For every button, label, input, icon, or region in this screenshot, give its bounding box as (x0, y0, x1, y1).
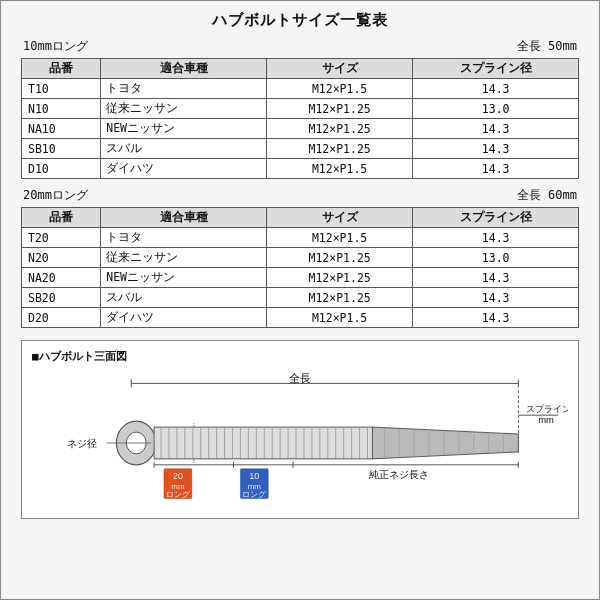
table-cell: SB10 (22, 139, 101, 159)
table-cell: 13.0 (413, 248, 579, 268)
svg-marker-38 (372, 427, 518, 459)
table-cell: N20 (22, 248, 101, 268)
table-body-10mm: T10トヨタM12×P1.514.3N10従来ニッサンM12×P1.2513.0… (22, 79, 579, 179)
svg-text:10: 10 (249, 471, 259, 481)
table-cell: M12×P1.5 (266, 79, 412, 99)
table-row: N10従来ニッサンM12×P1.2513.0 (22, 99, 579, 119)
table-cell: トヨタ (101, 79, 267, 99)
table-cell: SB20 (22, 288, 101, 308)
table-cell: スバル (101, 139, 267, 159)
col-header-car-20mm: 適合車種 (101, 208, 267, 228)
diagram-area: 全長 スプライン径 mm (32, 370, 568, 510)
col-header-partno-10mm: 品番 (22, 59, 101, 79)
table-cell: 従来ニッサン (101, 99, 267, 119)
table-cell: ダイハツ (101, 159, 267, 179)
table-cell: M12×P1.5 (266, 228, 412, 248)
table-body-20mm: T20トヨタM12×P1.514.3N20従来ニッサンM12×P1.2513.0… (22, 228, 579, 328)
table-cell: 14.3 (413, 139, 579, 159)
section-10mm: 10mmロング 全長 50mm 品番 適合車種 サイズ スプライン径 T10トヨ… (21, 38, 579, 179)
section-20mm: 20mmロング 全長 60mm 品番 適合車種 サイズ スプライン径 T20トヨ… (21, 187, 579, 328)
svg-text:20: 20 (173, 471, 183, 481)
section-total-length-20mm: 全長 60mm (517, 187, 577, 204)
table-row: SB20スバルM12×P1.2514.3 (22, 288, 579, 308)
col-header-partno-20mm: 品番 (22, 208, 101, 228)
table-cell: M12×P1.25 (266, 248, 412, 268)
table-cell: M12×P1.25 (266, 139, 412, 159)
table-row: T20トヨタM12×P1.514.3 (22, 228, 579, 248)
table-cell: 14.3 (413, 119, 579, 139)
table-cell: 14.3 (413, 288, 579, 308)
table-cell: ダイハツ (101, 308, 267, 328)
col-header-size-20mm: サイズ (266, 208, 412, 228)
table-row: D10ダイハツM12×P1.514.3 (22, 159, 579, 179)
table-row: T10トヨタM12×P1.514.3 (22, 79, 579, 99)
page: ハブボルトサイズ一覧表 10mmロング 全長 50mm 品番 適合車種 サイズ … (0, 0, 600, 600)
table-cell: 14.3 (413, 308, 579, 328)
table-header-row-10mm: 品番 適合車種 サイズ スプライン径 (22, 59, 579, 79)
table-cell: NEWニッサン (101, 268, 267, 288)
table-cell: M12×P1.25 (266, 119, 412, 139)
svg-text:純正ネジ長さ: 純正ネジ長さ (369, 469, 429, 480)
table-cell: M12×P1.5 (266, 159, 412, 179)
col-header-car-10mm: 適合車種 (101, 59, 267, 79)
section-total-length-10mm: 全長 50mm (517, 38, 577, 55)
table-row: SB10スバルM12×P1.2514.3 (22, 139, 579, 159)
col-header-spline-20mm: スプライン径 (413, 208, 579, 228)
table-cell: T20 (22, 228, 101, 248)
table-row: NA10NEWニッサンM12×P1.2514.3 (22, 119, 579, 139)
section-long-label-20mm: 20mmロング (23, 187, 88, 204)
table-cell: 14.3 (413, 79, 579, 99)
svg-text:スプライン径: スプライン径 (526, 403, 568, 414)
svg-text:ネジ径: ネジ径 (67, 438, 97, 449)
table-row: D20ダイハツM12×P1.514.3 (22, 308, 579, 328)
table-cell: N10 (22, 99, 101, 119)
table-cell: スバル (101, 288, 267, 308)
table-cell: M12×P1.25 (266, 288, 412, 308)
table-cell: NA10 (22, 119, 101, 139)
bolt-diagram-svg: 全長 スプライン径 mm (32, 370, 568, 510)
table-cell: M12×P1.25 (266, 268, 412, 288)
svg-text:ロング: ロング (166, 490, 191, 499)
table-cell: 従来ニッサン (101, 248, 267, 268)
diagram-section: ■ハブボルト三面図 全長 スプライン径 mm (21, 340, 579, 519)
svg-text:mm: mm (538, 414, 554, 425)
svg-rect-10 (154, 427, 372, 459)
table-cell: 14.3 (413, 268, 579, 288)
table-cell: M12×P1.25 (266, 99, 412, 119)
table-row: NA20NEWニッサンM12×P1.2514.3 (22, 268, 579, 288)
page-title: ハブボルトサイズ一覧表 (212, 11, 388, 30)
section-header-20mm: 20mmロング 全長 60mm (21, 187, 579, 204)
section-long-label-10mm: 10mmロング (23, 38, 88, 55)
table-cell: 13.0 (413, 99, 579, 119)
svg-text:全長: 全長 (289, 372, 311, 384)
section-header-10mm: 10mmロング 全長 50mm (21, 38, 579, 55)
table-row: N20従来ニッサンM12×P1.2513.0 (22, 248, 579, 268)
table-cell: NEWニッサン (101, 119, 267, 139)
diagram-title: ■ハブボルト三面図 (32, 349, 568, 364)
table-cell: 14.3 (413, 228, 579, 248)
table-cell: M12×P1.5 (266, 308, 412, 328)
table-header-row-20mm: 品番 適合車種 サイズ スプライン径 (22, 208, 579, 228)
col-header-size-10mm: サイズ (266, 59, 412, 79)
table-cell: 14.3 (413, 159, 579, 179)
table-20mm: 品番 適合車種 サイズ スプライン径 T20トヨタM12×P1.514.3N20… (21, 207, 579, 328)
col-header-spline-10mm: スプライン径 (413, 59, 579, 79)
table-10mm: 品番 適合車種 サイズ スプライン径 T10トヨタM12×P1.514.3N10… (21, 58, 579, 179)
table-cell: D10 (22, 159, 101, 179)
table-cell: NA20 (22, 268, 101, 288)
table-cell: T10 (22, 79, 101, 99)
svg-text:ロング: ロング (242, 490, 267, 499)
table-cell: トヨタ (101, 228, 267, 248)
table-cell: D20 (22, 308, 101, 328)
